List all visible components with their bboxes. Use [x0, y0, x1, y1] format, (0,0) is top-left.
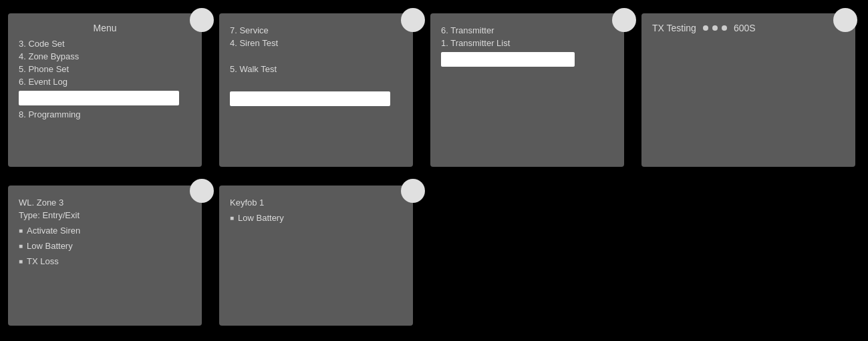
screen: Menu 3. Code Set 4. Zone Bypass 5. Phone…: [0, 0, 868, 341]
transmitter-highlight-bar: [441, 52, 575, 67]
connector-circle-6: [401, 179, 425, 203]
tx-testing-label: TX Testing: [652, 23, 696, 33]
dot-3: [722, 25, 727, 31]
transmitter-item-2[interactable]: 1. Transmitter List: [441, 38, 613, 48]
menu-item-2[interactable]: 4. Zone Bypass: [19, 51, 191, 61]
dot-1: [703, 25, 708, 31]
connector-circle-3: [612, 8, 636, 32]
wl-zone-checkbox-label-2: Low Battery: [27, 241, 73, 251]
transmitter-item-1[interactable]: 6. Transmitter: [441, 25, 613, 35]
keyfob-title: Keyfob 1: [230, 198, 402, 208]
wl-zone-checkbox-3[interactable]: TX Loss: [19, 256, 191, 266]
menu-item-3[interactable]: 5. Phone Set: [19, 64, 191, 74]
menu-item-5[interactable]: 8. Programming: [19, 109, 191, 119]
keyfob-checkbox-1[interactable]: Low Battery: [230, 213, 402, 223]
service-item-1[interactable]: 7. Service: [230, 25, 402, 35]
panel-service: 7. Service 4. Siren Test 5. Walk Test: [219, 13, 413, 167]
wl-zone-checkbox-label-1: Activate Siren: [27, 226, 80, 236]
wl-zone-checkbox-1[interactable]: Activate Siren: [19, 226, 191, 236]
panel-tx-testing: TX Testing 600S: [641, 13, 855, 167]
dot-2: [712, 25, 718, 31]
connector-circle-2: [401, 8, 425, 32]
keyfob-checkbox-label-1: Low Battery: [238, 213, 284, 223]
tx-testing-header: TX Testing 600S: [652, 23, 845, 33]
menu-title: Menu: [19, 23, 191, 33]
service-highlight-bar: [230, 91, 390, 106]
menu-item-4[interactable]: 6. Event Log: [19, 77, 191, 87]
wl-zone-checkbox-2[interactable]: Low Battery: [19, 241, 191, 251]
wl-zone-checkbox-label-3: TX Loss: [27, 256, 59, 266]
wl-zone-line2: Type: Entry/Exit: [19, 210, 191, 220]
service-item-2[interactable]: 4. Siren Test: [230, 38, 402, 48]
tx-testing-value: 600S: [734, 23, 756, 33]
connector-circle-1: [190, 8, 214, 32]
tx-dots: [703, 25, 727, 31]
wl-zone-line1: WL. Zone 3: [19, 198, 191, 208]
panel-menu: Menu 3. Code Set 4. Zone Bypass 5. Phone…: [8, 13, 202, 167]
connector-circle-4: [833, 8, 857, 32]
service-item-3[interactable]: 5. Walk Test: [230, 64, 402, 74]
menu-item-1[interactable]: 3. Code Set: [19, 39, 191, 49]
panel-transmitter: 6. Transmitter 1. Transmitter List: [430, 13, 624, 167]
connector-circle-5: [190, 179, 214, 203]
menu-highlight-bar: [19, 91, 179, 105]
panel-keyfob: Keyfob 1 Low Battery: [219, 186, 413, 326]
panel-wl-zone: WL. Zone 3 Type: Entry/Exit Activate Sir…: [8, 186, 202, 326]
